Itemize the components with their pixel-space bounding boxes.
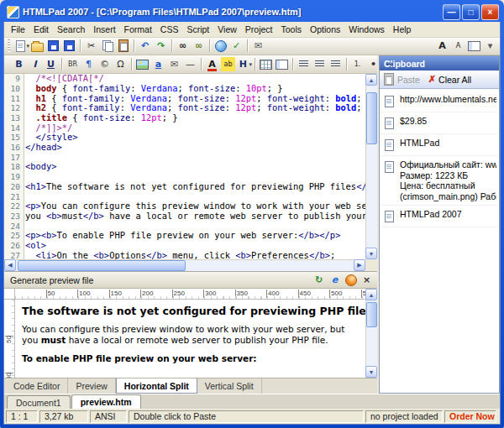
highlight-button[interactable]: ab [220, 56, 236, 72]
document-tab-bar: Document1preview.htm [4, 394, 500, 409]
menu-item-search[interactable]: Search [53, 23, 89, 36]
menu-item-file[interactable]: File [7, 23, 29, 36]
cut-button[interactable]: ✂ [83, 38, 99, 54]
email-link-button[interactable]: ✉ [166, 56, 182, 72]
firefox-preview-button[interactable] [343, 272, 359, 288]
paragraph-button[interactable]: ¶ [81, 56, 97, 72]
paste-button[interactable] [115, 38, 131, 54]
new-document-button[interactable]: ▾ [13, 38, 29, 54]
view-tab-horizontal-split[interactable]: Horizontal Split [116, 378, 197, 394]
scroll-down-button[interactable]: ▼ [365, 366, 377, 378]
line-number: 9 [4, 74, 24, 84]
ruler-corner [4, 289, 15, 300]
document-tab-document1[interactable]: Document1 [7, 395, 71, 409]
view-tab-preview[interactable]: Preview [68, 378, 115, 394]
undo-icon: ↶ [138, 39, 152, 53]
vscroll-thumb[interactable] [366, 302, 377, 327]
numbered-list-button[interactable]: 1. [349, 56, 365, 72]
minimize-button[interactable]: — [443, 4, 460, 20]
scroll-right-button[interactable]: ▶ [354, 259, 365, 271]
open-file-button[interactable] [29, 38, 45, 54]
bold-button[interactable]: B [11, 56, 27, 72]
font-color-button[interactable]: A [204, 56, 220, 72]
mail-button[interactable]: ✉ [250, 38, 266, 54]
save-all-button[interactable] [61, 38, 77, 54]
save-button[interactable] [45, 38, 61, 54]
panels-button[interactable] [466, 38, 482, 54]
form-button[interactable] [274, 56, 290, 72]
browser-preview-button[interactable] [213, 38, 228, 54]
menu-item-tools[interactable]: Tools [277, 23, 307, 36]
clipboard-list: http://www.blumentals.net/html...$29.85H… [380, 89, 499, 393]
menu-item-options[interactable]: Options [306, 23, 344, 36]
horizontal-rule-button[interactable]: — [182, 56, 198, 72]
toolbar-separator [134, 39, 134, 52]
view-tab-code-editor[interactable]: Code Editor [6, 378, 68, 394]
menu-item-windows[interactable]: Windows [344, 23, 389, 36]
decrease-font-button[interactable]: A [450, 38, 466, 54]
clipboard-item[interactable]: HTMLPad [381, 134, 498, 156]
close-preview-bar-button[interactable]: × [359, 272, 375, 288]
menu-item-css[interactable]: CSS [156, 23, 183, 36]
menu-item-insert[interactable]: Insert [89, 23, 119, 36]
clipboard-item[interactable]: $29.85 [381, 112, 498, 134]
scroll-up-button[interactable]: ▲ [365, 289, 377, 300]
vscroll-thumb[interactable] [366, 92, 377, 144]
line-break-button[interactable]: BR [65, 56, 81, 72]
toolbar-options-button[interactable]: ▾ [482, 38, 498, 54]
view-tab-vertical-split[interactable]: Vertical Split [197, 378, 262, 394]
editor-vscrollbar[interactable]: ▲ ▼ [365, 74, 377, 259]
save-all-icon [62, 39, 76, 53]
document-tab-preview-htm[interactable]: preview.htm [71, 394, 141, 409]
find-button[interactable]: ∞ [175, 38, 191, 54]
replace-button[interactable]: ∞ [191, 38, 207, 54]
undo-button[interactable]: ↶ [137, 38, 153, 54]
indent-button[interactable]: → [381, 56, 397, 72]
menu-item-edit[interactable]: Edit [29, 23, 53, 36]
copy-button[interactable] [99, 38, 115, 54]
code-area[interactable]: /*<![CDATA[*/ body { font-family: Verdan… [25, 74, 365, 259]
scroll-down-button[interactable]: ▼ [365, 248, 377, 259]
app-icon[interactable] [7, 6, 19, 18]
editor-hscrollbar[interactable]: ◀ ▶ [4, 259, 365, 271]
close-button[interactable]: × [481, 4, 499, 20]
ie-preview-button[interactable]: e [327, 272, 343, 288]
heading-button[interactable]: H▾ [236, 56, 252, 72]
image-button[interactable] [134, 56, 150, 72]
clear-all-button[interactable]: ✗ Clear All [428, 74, 471, 85]
align-left-button[interactable] [296, 56, 312, 72]
menu-item-help[interactable]: Help [389, 23, 416, 36]
toolbar-grip[interactable] [8, 39, 10, 52]
redo-button[interactable]: ↷ [153, 38, 169, 54]
menu-item-script[interactable]: Script [182, 23, 213, 36]
order-now-link[interactable]: Order Now [444, 410, 496, 423]
hyperlink-button[interactable]: a [150, 56, 166, 72]
clipboard-item[interactable]: http://www.blumentals.net/html... [381, 91, 498, 112]
scroll-up-button[interactable]: ▲ [365, 74, 377, 86]
validate-button[interactable]: ✓ [228, 38, 244, 54]
toolbar-separator [201, 58, 202, 70]
paste-clipboard-button[interactable]: Paste [382, 73, 420, 86]
hruler-tick: 250 [172, 289, 185, 299]
increase-font-button[interactable]: A [434, 38, 450, 54]
align-right-button[interactable] [328, 56, 344, 72]
menu-item-view[interactable]: View [213, 23, 241, 36]
menu-item-project[interactable]: Project [241, 23, 277, 36]
hscroll-thumb[interactable] [18, 260, 186, 271]
copyright-button[interactable]: © [97, 56, 113, 72]
clipboard-item[interactable]: HTMLPad 2007 [381, 206, 498, 227]
table-button[interactable] [258, 56, 274, 72]
underline-button[interactable]: U [43, 56, 59, 72]
title-bar[interactable]: HTMLPad 2007 - [C:\Program Files\HTMLPad… [3, 0, 501, 22]
bullet-list-button[interactable]: • [365, 56, 381, 72]
refresh-preview-button[interactable]: ↻ [311, 272, 327, 288]
vruler-tick: 50 [4, 336, 13, 343]
align-center-button[interactable] [312, 56, 328, 72]
scroll-left-button[interactable]: ◀ [4, 259, 16, 271]
preview-vscrollbar[interactable]: ▲ ▼ [365, 289, 377, 378]
menu-item-format[interactable]: Format [120, 23, 156, 36]
maximize-button[interactable]: □ [462, 4, 480, 20]
clipboard-item[interactable]: Официальный сайт: www.crims...Размер: 12… [381, 156, 498, 206]
special-char-button[interactable]: Ω [113, 56, 129, 72]
italic-button[interactable]: I [27, 56, 43, 72]
